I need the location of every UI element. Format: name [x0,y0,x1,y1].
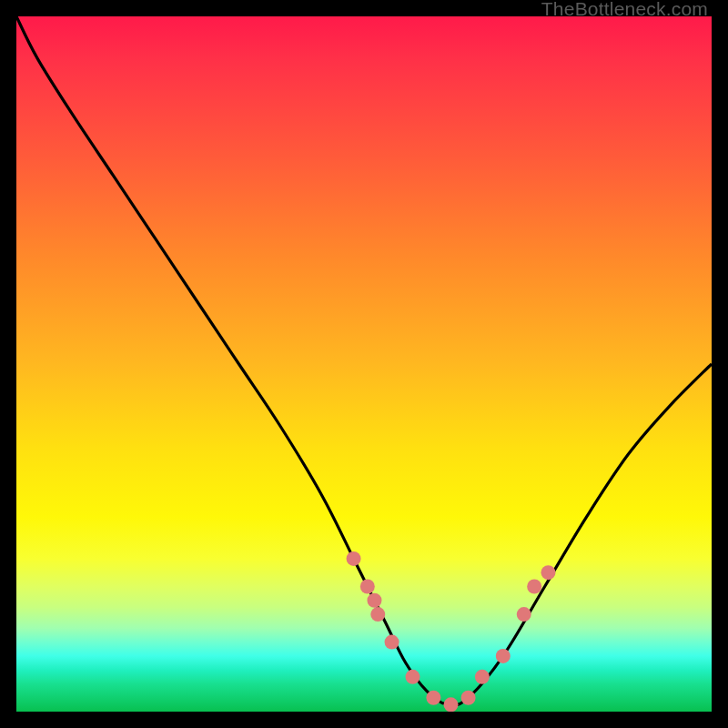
frame-border [0,712,728,728]
data-marker [370,607,385,622]
data-marker [496,649,511,663]
data-marker [475,670,490,684]
data-marker [527,579,541,593]
attribution-text: TheBottleneck.com [541,0,708,20]
data-marker [541,565,555,580]
data-marker [385,635,399,650]
data-marker [444,697,459,712]
data-marker [517,607,531,622]
data-marker [405,670,420,684]
data-markers [347,551,556,712]
bottleneck-curve [16,16,712,705]
data-marker [426,691,440,705]
data-marker [367,593,381,608]
frame-border [0,0,16,728]
chart-container: TheBottleneck.com [0,0,728,728]
data-marker [461,691,476,705]
frame-border [712,0,728,728]
data-marker [347,551,361,566]
chart-svg [16,16,712,712]
data-marker [360,579,375,593]
